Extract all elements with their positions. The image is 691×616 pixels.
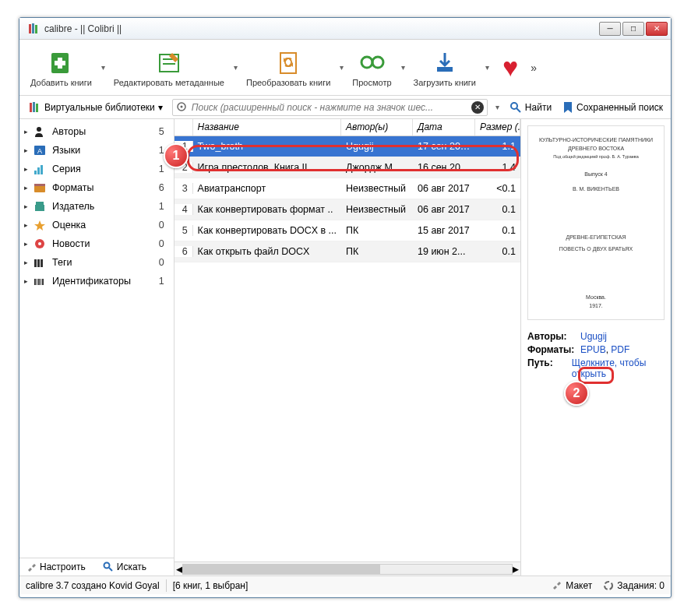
col-size[interactable]: Размер (... xyxy=(475,119,520,136)
table-row[interactable]: 4Как конвертировать формат ..Неизвестный… xyxy=(175,199,520,220)
virtual-library-button[interactable]: Виртуальные библиотеки ▾ xyxy=(24,100,167,115)
svg-rect-26 xyxy=(41,165,43,174)
tags-icon xyxy=(32,255,49,269)
grid-header: Название Автор(ы) Дата Размер (... xyxy=(175,119,520,136)
close-button[interactable]: ✕ xyxy=(646,22,668,36)
col-title[interactable]: Название xyxy=(193,119,341,136)
expand-icon: ▸ xyxy=(24,240,32,248)
maximize-button[interactable]: □ xyxy=(622,22,644,36)
convert-icon xyxy=(274,48,302,76)
search-tags-button[interactable]: Искать xyxy=(97,558,174,576)
svg-rect-15 xyxy=(33,102,35,112)
search-history-dropdown[interactable]: ▾ xyxy=(492,103,502,111)
col-authors[interactable]: Автор(ы) xyxy=(341,119,413,136)
sidebar-item-series[interactable]: ▸Серия1 xyxy=(19,160,174,178)
svg-rect-33 xyxy=(34,259,37,267)
book-grid: Название Автор(ы) Дата Размер (... 1Two_… xyxy=(175,119,521,576)
table-row[interactable]: 5Как конвертировать DOCX в ...ПК15 авг 2… xyxy=(175,220,520,241)
authors-label: Авторы: xyxy=(527,331,580,342)
table-row[interactable]: 6Как открыть файл DOCXПК19 июн 2...0.1 xyxy=(175,241,520,262)
search-input[interactable] xyxy=(192,102,471,113)
layout-button[interactable]: Макет xyxy=(552,580,592,591)
table-row[interactable]: 3АвиатранспортНеизвестный06 авг 2017<0.1 xyxy=(175,178,520,199)
sidebar-item-lang[interactable]: ▸AЯзыки1 xyxy=(19,141,174,160)
svg-point-41 xyxy=(104,563,109,568)
svg-rect-39 xyxy=(41,279,41,285)
sidebar-item-rating[interactable]: ▸Оценка0 xyxy=(19,216,174,234)
expand-icon: ▸ xyxy=(24,165,32,173)
table-row[interactable]: 1Two_brothUgugij17 сен 20171.1 xyxy=(175,136,520,157)
view-icon xyxy=(358,48,386,76)
svg-rect-29 xyxy=(35,205,44,211)
edit-dropdown[interactable]: ▾ xyxy=(231,63,240,72)
view-dropdown[interactable]: ▾ xyxy=(398,63,407,72)
configure-button[interactable]: Настроить xyxy=(19,558,97,576)
svg-point-11 xyxy=(372,57,383,68)
svg-line-20 xyxy=(516,108,520,112)
formats-icon xyxy=(32,181,49,195)
rating-icon xyxy=(32,218,49,232)
svg-point-10 xyxy=(361,57,372,68)
svg-rect-9 xyxy=(280,53,296,73)
svg-rect-0 xyxy=(29,24,31,33)
format-pdf-link[interactable]: PDF xyxy=(611,344,629,355)
sidebar-item-news[interactable]: ▸Новости0 xyxy=(19,234,174,253)
author-link[interactable]: Ugugij xyxy=(580,331,607,342)
svg-rect-16 xyxy=(36,104,38,112)
expand-icon: ▸ xyxy=(24,221,32,229)
svg-rect-38 xyxy=(38,279,40,285)
edit-icon xyxy=(155,48,183,76)
add-books-button[interactable]: Добавить книги xyxy=(26,45,97,90)
minimize-button[interactable]: ─ xyxy=(599,22,621,36)
toolbar-overflow[interactable]: » xyxy=(526,62,541,74)
saved-search-button[interactable]: Сохраненный поиск xyxy=(559,100,666,115)
chevron-down-icon: ▾ xyxy=(158,102,163,113)
col-date[interactable]: Дата xyxy=(413,119,475,136)
format-epub-link[interactable]: EPUB xyxy=(580,344,606,355)
convert-dropdown[interactable]: ▾ xyxy=(337,63,346,72)
sidebar-item-person[interactable]: ▸Авторы5 xyxy=(19,122,174,141)
horizontal-scrollbar[interactable]: ◂▸ xyxy=(175,561,520,576)
lang-icon: A xyxy=(32,143,49,157)
find-button[interactable]: Найти xyxy=(506,100,555,115)
add-dropdown[interactable]: ▾ xyxy=(98,63,108,72)
path-link[interactable]: Щелкните, чтобы открыть xyxy=(572,357,647,379)
svg-point-32 xyxy=(38,242,41,245)
clear-search-button[interactable]: ✕ xyxy=(471,101,484,114)
download-dropdown[interactable]: ▾ xyxy=(482,63,492,72)
svg-point-21 xyxy=(37,127,41,132)
news-icon xyxy=(32,237,49,251)
status-version: calibre 3.7 создано Kovid Goyal xyxy=(26,580,160,591)
download-button[interactable]: Загрузить книги xyxy=(409,45,481,90)
sidebar-item-tags[interactable]: ▸Теги0 xyxy=(19,253,174,272)
edit-metadata-button[interactable]: Редактировать метаданные xyxy=(109,45,229,90)
table-row[interactable]: 2Игра престолов. Книга IIДжордж М...16 с… xyxy=(175,157,520,178)
sidebar-item-publisher[interactable]: ▸Издатель1 xyxy=(19,197,174,216)
book-cover[interactable]: КУЛЬТУРНО-ИСТОРИЧЕСКИЕ ПАМЯТНИКИ ДРЕВНЕГ… xyxy=(527,125,665,320)
svg-point-18 xyxy=(180,105,182,107)
person-icon xyxy=(32,125,49,139)
sidebar-item-ids[interactable]: ▸Идентификаторы1 xyxy=(19,272,174,290)
convert-button[interactable]: Преобразовать книги xyxy=(241,45,335,90)
publisher-icon xyxy=(32,199,49,213)
donate-button[interactable]: ♥ xyxy=(502,52,518,83)
expand-icon: ▸ xyxy=(24,202,32,210)
titlebar: calibre - || Colibri || ─ □ ✕ xyxy=(19,18,671,40)
jobs-button[interactable]: Задания: 0 xyxy=(603,580,665,591)
sidebar-item-formats[interactable]: ▸Форматы6 xyxy=(19,178,174,197)
svg-rect-14 xyxy=(30,103,32,112)
svg-point-19 xyxy=(511,103,517,109)
series-icon xyxy=(32,162,49,176)
gear-icon[interactable] xyxy=(176,101,189,114)
view-button[interactable]: Просмотр xyxy=(347,45,396,90)
svg-rect-37 xyxy=(37,279,37,285)
expand-icon: ▸ xyxy=(24,128,32,136)
app-window: calibre - || Colibri || ─ □ ✕ Добавить к… xyxy=(19,17,672,598)
expand-icon: ▸ xyxy=(24,184,32,192)
svg-rect-40 xyxy=(42,279,44,285)
add-icon xyxy=(47,48,75,76)
svg-rect-36 xyxy=(34,279,36,285)
search-box[interactable]: ✕ xyxy=(172,99,488,116)
path-label: Путь: xyxy=(527,357,572,379)
svg-line-42 xyxy=(109,568,112,571)
